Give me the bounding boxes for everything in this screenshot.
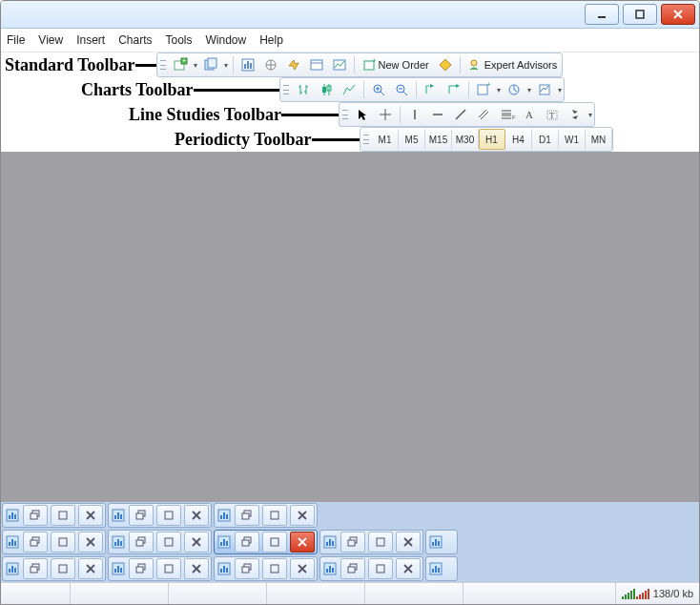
indicators-icon[interactable]: +: [473, 79, 494, 100]
tab-restore-button[interactable]: [23, 532, 48, 553]
periodicity-icon[interactable]: [504, 79, 525, 100]
chart-tab[interactable]: [2, 503, 106, 528]
tab-restore-button[interactable]: [235, 532, 259, 553]
menu-insert[interactable]: Insert: [76, 33, 105, 47]
navigator-icon[interactable]: [283, 54, 304, 75]
terminal-icon[interactable]: [306, 54, 327, 75]
toolbar-grip[interactable]: [160, 56, 166, 73]
dropdown-icon[interactable]: ▾: [495, 86, 503, 94]
tab-restore-button[interactable]: [23, 558, 48, 579]
period-h1[interactable]: H1: [479, 129, 505, 150]
dropdown-icon[interactable]: ▾: [556, 86, 564, 94]
period-h4[interactable]: H4: [505, 129, 532, 150]
autoscroll-icon[interactable]: [421, 79, 442, 100]
dropdown-icon[interactable]: ▾: [192, 61, 199, 70]
candlestick-icon[interactable]: [316, 79, 337, 100]
profiles-icon[interactable]: [200, 54, 221, 75]
templates-icon[interactable]: [534, 79, 555, 100]
fibonacci-icon[interactable]: F: [496, 104, 517, 125]
tab-restore-button[interactable]: [129, 558, 154, 579]
tab-maximize-button[interactable]: [262, 558, 287, 579]
chart-tab[interactable]: [425, 556, 458, 581]
menu-charts[interactable]: Charts: [118, 33, 152, 47]
tab-restore-button[interactable]: [235, 505, 259, 526]
menu-tools[interactable]: Tools: [166, 33, 193, 47]
market-watch-icon[interactable]: [237, 54, 258, 75]
horizontal-line-icon[interactable]: [427, 104, 448, 125]
period-m15[interactable]: M15: [425, 129, 452, 150]
tab-restore-button[interactable]: [23, 505, 48, 526]
crosshair-icon[interactable]: [375, 104, 396, 125]
tab-close-button[interactable]: [78, 505, 103, 526]
chart-tab[interactable]: [319, 556, 423, 581]
chart-tab[interactable]: [214, 530, 318, 554]
chart-tab[interactable]: [214, 503, 318, 528]
chart-tab[interactable]: [2, 556, 106, 581]
period-w1[interactable]: W1: [559, 129, 586, 150]
tab-restore-button[interactable]: [235, 558, 259, 579]
tab-maximize-button[interactable]: [368, 558, 393, 579]
tab-maximize-button[interactable]: [156, 558, 181, 579]
period-d1[interactable]: D1: [532, 129, 559, 150]
equidistant-channel-icon[interactable]: [473, 104, 494, 125]
close-button[interactable]: [661, 4, 695, 25]
metaeditor-icon[interactable]: [435, 54, 456, 75]
dropdown-icon[interactable]: ▾: [525, 86, 533, 94]
tab-close-button[interactable]: [184, 532, 209, 553]
tab-maximize-button[interactable]: [262, 532, 287, 553]
tab-restore-button[interactable]: [129, 505, 154, 526]
data-window-icon[interactable]: [260, 54, 281, 75]
menu-window[interactable]: Window: [206, 33, 247, 47]
expert-advisors-button[interactable]: Expert Advisors: [464, 54, 561, 75]
tab-restore-button[interactable]: [340, 532, 365, 553]
line-chart-icon[interactable]: [339, 79, 360, 100]
chart-tab[interactable]: [214, 556, 318, 581]
tab-restore-button[interactable]: [129, 532, 154, 553]
tab-close-button[interactable]: [290, 532, 315, 553]
menu-view[interactable]: View: [38, 33, 63, 47]
tab-maximize-button[interactable]: [156, 505, 181, 526]
tab-maximize-button[interactable]: [368, 532, 393, 553]
chart-shift-icon[interactable]: [443, 79, 464, 100]
tab-close-button[interactable]: [184, 505, 209, 526]
chart-tab[interactable]: [2, 530, 106, 554]
tab-close-button[interactable]: [78, 558, 103, 579]
tab-restore-button[interactable]: [340, 558, 365, 579]
dropdown-icon[interactable]: ▾: [587, 111, 594, 119]
dropdown-icon[interactable]: ▾: [222, 61, 230, 70]
zoom-out-icon[interactable]: [391, 79, 412, 100]
trendline-icon[interactable]: [450, 104, 471, 125]
tab-close-button[interactable]: [396, 558, 421, 579]
toolbar-grip[interactable]: [342, 106, 348, 123]
tab-close-button[interactable]: [290, 505, 315, 526]
period-mn[interactable]: MN: [586, 129, 612, 150]
tab-maximize-button[interactable]: [51, 505, 75, 526]
chart-tab[interactable]: [108, 503, 212, 528]
chart-tab[interactable]: [108, 530, 212, 554]
tab-close-button[interactable]: [396, 532, 421, 553]
tab-close-button[interactable]: [290, 558, 315, 579]
zoom-in-icon[interactable]: [368, 79, 389, 100]
period-m5[interactable]: M5: [399, 129, 425, 150]
new-chart-icon[interactable]: +: [170, 54, 191, 75]
tab-close-button[interactable]: [78, 532, 103, 553]
menu-file[interactable]: File: [7, 33, 25, 47]
menu-help[interactable]: Help: [259, 33, 283, 47]
period-m30[interactable]: M30: [452, 129, 479, 150]
cursor-icon[interactable]: [352, 104, 373, 125]
tab-maximize-button[interactable]: [156, 532, 181, 553]
chart-tab[interactable]: [425, 530, 458, 554]
tab-maximize-button[interactable]: [51, 558, 75, 579]
tab-close-button[interactable]: [184, 558, 209, 579]
tab-maximize-button[interactable]: [51, 532, 75, 553]
chart-tab[interactable]: [108, 556, 212, 581]
arrows-icon[interactable]: [565, 104, 586, 125]
toolbar-grip[interactable]: [283, 81, 289, 98]
minimize-button[interactable]: [585, 4, 619, 25]
new-order-button[interactable]: + New Order: [359, 54, 433, 75]
vertical-line-icon[interactable]: [404, 104, 425, 125]
period-m1[interactable]: M1: [372, 129, 399, 150]
maximize-button[interactable]: [623, 4, 657, 25]
tab-maximize-button[interactable]: [262, 505, 287, 526]
text-icon[interactable]: A: [519, 104, 540, 125]
